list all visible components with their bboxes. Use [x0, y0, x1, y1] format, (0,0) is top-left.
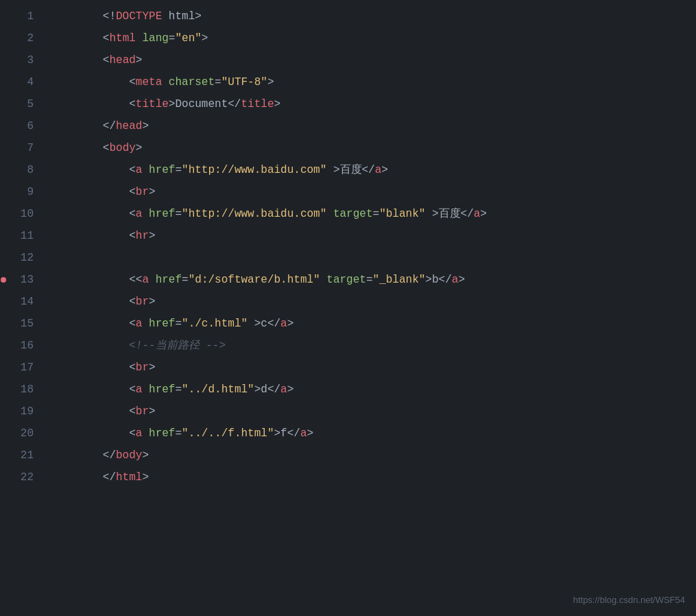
bracket-token: = — [175, 427, 182, 440]
code-line: 11 <hr> — [0, 225, 696, 247]
attr-val-token: "_blank" — [373, 274, 426, 286]
bracket-token: > — [142, 120, 149, 132]
bracket-token: > — [287, 383, 294, 396]
attr-token: target — [326, 274, 366, 286]
attr-val-token: "blank" — [379, 208, 425, 220]
tag-token: html — [116, 471, 142, 484]
line-number: 8 — [7, 159, 45, 181]
bracket-token: </ — [461, 208, 474, 220]
bracket-token: </ — [439, 274, 452, 286]
tag-token: br — [136, 186, 149, 198]
bracket-token: < — [103, 54, 110, 67]
bracket-token: </ — [267, 318, 280, 330]
bracket-token: </ — [103, 471, 116, 484]
footer-url: https://blog.csdn.net/WSF54 — [573, 595, 685, 605]
line-content: <<a href="d:/software/b.html" target="_b… — [45, 269, 696, 291]
line-number: 16 — [7, 335, 45, 357]
tag-token: br — [136, 405, 149, 418]
code-editor: 1 <!DOCTYPE html>2 <html lang="en">3 <he… — [0, 0, 696, 616]
bracket-token: = — [175, 164, 182, 176]
tag-token: title — [136, 98, 169, 110]
text-content-token — [142, 208, 149, 220]
tag-token: title — [241, 98, 274, 110]
bracket-token: </ — [287, 427, 300, 440]
comment-token: <!--当前路径 --> — [129, 340, 226, 352]
line-number: 11 — [7, 225, 45, 247]
tag-token: a — [136, 383, 143, 396]
code-line: 5 <title>Document</title> — [0, 93, 696, 115]
tag-token: a — [474, 208, 481, 220]
line-content: <body> — [45, 137, 696, 159]
line-content: <!--当前路径 --> — [45, 335, 696, 357]
bracket-token: > — [142, 471, 149, 484]
tag-token: br — [136, 362, 149, 374]
bracket-token: < — [129, 230, 136, 242]
bracket-token: = — [373, 208, 380, 220]
bracket-token: > — [202, 32, 208, 45]
text-content-token — [162, 76, 169, 88]
code-line: 1 <!DOCTYPE html> — [0, 5, 696, 27]
code-line: 17 <br> — [0, 357, 696, 379]
line-number: 12 — [7, 247, 45, 269]
bracket-token: > — [254, 383, 261, 396]
text-content-token: >百度 — [326, 164, 361, 176]
line-number: 20 — [7, 423, 45, 445]
bracket-token: > — [149, 296, 156, 308]
attr-token: charset — [169, 76, 215, 88]
line-content: </body> — [45, 445, 696, 466]
bracket-token: = — [175, 383, 182, 396]
attr-val-token: "../../f.html" — [182, 427, 274, 440]
tag-token: a — [375, 164, 382, 176]
text-content-token: >百度 — [425, 208, 460, 220]
bracket-token: = — [175, 208, 182, 220]
code-line: 9 <br> — [0, 181, 696, 203]
tag-token: body — [116, 449, 142, 462]
attr-val-token: "http://www.baidu.com" — [182, 208, 326, 220]
line-content: <br> — [45, 357, 696, 379]
bracket-token: < — [129, 76, 136, 88]
tag-token: a — [136, 208, 143, 220]
bracket-token: < — [103, 142, 110, 154]
tag-token: a — [136, 427, 143, 440]
attr-token: href — [149, 164, 175, 176]
text-content-token — [326, 208, 333, 220]
text-content-token — [142, 318, 149, 330]
tag-token: a — [280, 318, 287, 330]
line-number: 10 — [7, 203, 45, 225]
bracket-token: < — [129, 208, 136, 220]
bracket-token: < — [129, 98, 136, 110]
line-number: 22 — [7, 466, 45, 488]
bracket-token: > — [136, 54, 143, 67]
attr-token: href — [149, 427, 175, 440]
bracket-token: < — [129, 318, 136, 330]
tag-token: head — [116, 120, 142, 132]
code-line: 21 </body> — [0, 445, 696, 466]
bracket-token: </ — [362, 164, 375, 176]
bracket-token: </ — [267, 383, 280, 396]
bracket-token: > — [136, 142, 143, 154]
text-content-token: Document — [175, 98, 228, 110]
text-content-token: b — [432, 274, 439, 286]
bracket-token: > — [480, 208, 487, 220]
text-content-token: >c — [248, 318, 267, 330]
line-number: 13 — [7, 269, 45, 291]
bracket-token: = — [175, 318, 182, 330]
code-line: 4 <meta charset="UTF-8"> — [0, 71, 696, 93]
bracket-token: > — [195, 10, 202, 23]
text-content-token: html — [162, 10, 195, 23]
attr-token: lang — [142, 32, 168, 45]
bracket-token: < — [129, 427, 136, 440]
line-content: <a href="./c.html" >c</a> — [45, 313, 696, 335]
code-line: 15 <a href="./c.html" >c</a> — [0, 313, 696, 335]
bracket-token: = — [215, 76, 221, 88]
tag-token: a — [300, 427, 307, 440]
line-number: 3 — [7, 49, 45, 71]
bracket-token: > — [425, 274, 432, 286]
bracket-token: > — [287, 318, 294, 330]
line-content: <br> — [45, 291, 696, 313]
bracket-token: > — [274, 98, 280, 110]
tag-token: head — [109, 54, 135, 67]
bracket-token: = — [169, 32, 176, 45]
code-line: 6 </head> — [0, 115, 696, 137]
bracket-token: < — [129, 383, 136, 396]
